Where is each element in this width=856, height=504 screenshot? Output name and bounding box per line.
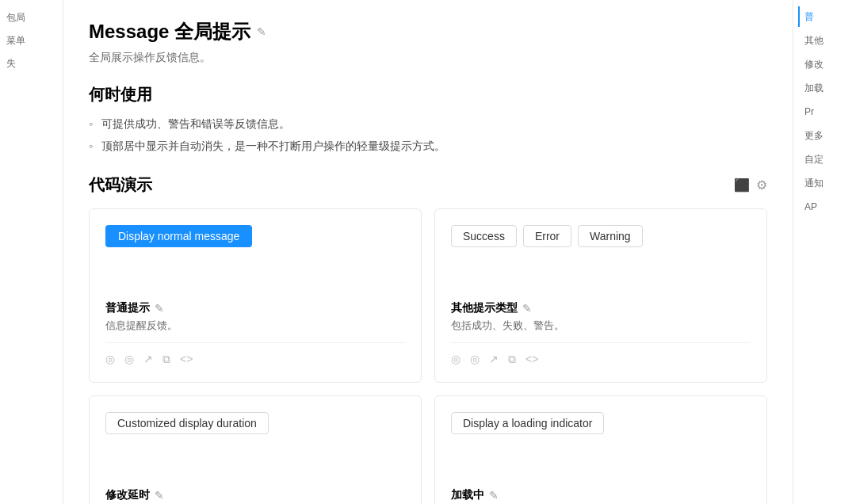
bullet-item-1: 可提供成功、警告和错误等反馈信息。	[89, 115, 767, 132]
card2-icon-4[interactable]: ⧉	[508, 353, 516, 366]
success-button[interactable]: Success	[451, 225, 517, 247]
card1-footer: ◎ ◎ ↗ ⧉ <>	[105, 342, 405, 366]
card-other-types: Success Error Warning 其他提示类型 ✎ 包括成功、失败、警…	[434, 208, 767, 383]
card2-label-row: 其他提示类型 ✎	[451, 301, 751, 315]
card1-icon-4[interactable]: ⧉	[162, 353, 170, 366]
card3-label: 修改延时	[105, 488, 150, 502]
card-normal-message: Display normal message 普通提示 ✎ 信息提醒反馈。 ◎ …	[89, 208, 422, 383]
card2-footer: ◎ ◎ ↗ ⧉ <>	[451, 342, 751, 366]
card3-edit-icon[interactable]: ✎	[155, 489, 164, 502]
demo-icons: ⬛ ⚙	[734, 178, 767, 193]
card1-edit-icon[interactable]: ✎	[155, 302, 164, 315]
demo-settings-icon[interactable]: ⚙	[756, 178, 767, 193]
card2-icon-1[interactable]: ◎	[451, 353, 460, 365]
card4-edit-icon[interactable]: ✎	[489, 489, 499, 502]
card-custom-duration: Customized display duration 修改延时 ✎ 自定义时长…	[89, 395, 422, 504]
page-title: Message 全局提示	[89, 19, 250, 44]
demo-expand-icon[interactable]: ⬛	[734, 178, 750, 193]
card2-icon-5[interactable]: <>	[525, 353, 538, 365]
bullet-item-2: 顶部居中显示并自动消失，是一种不打断用户操作的轻量级提示方式。	[89, 137, 767, 155]
customized-duration-button[interactable]: Customized display duration	[105, 412, 269, 434]
sidebar-item-buju[interactable]: 包局	[0, 6, 63, 29]
card2-icon-2[interactable]: ◎	[470, 353, 480, 365]
demo-section-header: 代码演示 ⬛ ⚙	[89, 174, 767, 196]
right-sidebar: 普 其他 修改 加载 Pr 更多 自定 通知 AP	[793, 0, 856, 504]
card1-desc: 信息提醒反馈。	[105, 319, 405, 333]
card3-label-row: 修改延时 ✎	[105, 488, 405, 502]
when-to-use-title: 何时使用	[89, 84, 767, 105]
right-sidebar-item-ap[interactable]: AP	[798, 197, 851, 217]
main-content: Message 全局提示 ✎ 全局展示操作反馈信息。 何时使用 可提供成功、警告…	[63, 0, 793, 504]
card2-label: 其他提示类型	[451, 301, 518, 315]
card2-desc: 包括成功、失败、警告。	[451, 319, 751, 333]
when-to-use-list: 可提供成功、警告和错误等反馈信息。 顶部居中显示并自动消失，是一种不打断用户操作…	[89, 115, 767, 155]
error-button[interactable]: Error	[523, 225, 571, 247]
page-subtitle: 全局展示操作反馈信息。	[89, 51, 767, 65]
left-sidebar: 包局 菜单 失	[0, 0, 63, 504]
display-normal-message-button[interactable]: Display normal message	[105, 225, 252, 247]
card1-icon-3[interactable]: ↗	[143, 353, 153, 365]
card3-content: Customized display duration	[105, 412, 405, 475]
card1-icon-2[interactable]: ◎	[124, 353, 134, 365]
right-sidebar-item-normal[interactable]: 普	[798, 6, 851, 27]
card1-label-row: 普通提示 ✎	[105, 301, 405, 315]
card1-icon-5[interactable]: <>	[180, 353, 193, 365]
card1-icon-1[interactable]: ◎	[105, 353, 115, 365]
right-sidebar-item-pr[interactable]: Pr	[798, 101, 851, 122]
right-sidebar-item-more[interactable]: 更多	[798, 125, 851, 146]
card4-label-row: 加载中 ✎	[451, 488, 751, 502]
card4-label: 加载中	[451, 488, 484, 502]
page-title-edit-icon[interactable]: ✎	[257, 25, 266, 38]
right-sidebar-item-modify[interactable]: 修改	[798, 54, 851, 74]
demo-section-title: 代码演示	[89, 174, 152, 196]
card2-content: Success Error Warning	[451, 225, 751, 288]
loading-indicator-button[interactable]: Display a loading indicator	[451, 412, 604, 434]
card4-content: Display a loading indicator	[451, 412, 751, 475]
right-sidebar-item-loading[interactable]: 加载	[798, 78, 851, 98]
card-loading: Display a loading indicator 加载中 ✎ 进行全局 l…	[434, 395, 767, 504]
card2-icon-3[interactable]: ↗	[489, 353, 499, 365]
card2-edit-icon[interactable]: ✎	[522, 302, 532, 315]
right-sidebar-item-other[interactable]: 其他	[798, 30, 851, 51]
sidebar-item-caidan[interactable]: 菜单	[0, 29, 63, 52]
page-title-row: Message 全局提示 ✎	[89, 19, 767, 44]
right-sidebar-item-notify[interactable]: 通知	[798, 173, 851, 193]
card1-content: Display normal message	[105, 225, 405, 288]
card2-button-group: Success Error Warning	[451, 225, 643, 247]
sidebar-item-shi[interactable]: 失	[0, 52, 63, 75]
right-sidebar-item-custom[interactable]: 自定	[798, 149, 851, 170]
cards-grid: Display normal message 普通提示 ✎ 信息提醒反馈。 ◎ …	[89, 208, 767, 504]
warning-button[interactable]: Warning	[578, 225, 643, 247]
card1-label: 普通提示	[105, 301, 150, 315]
